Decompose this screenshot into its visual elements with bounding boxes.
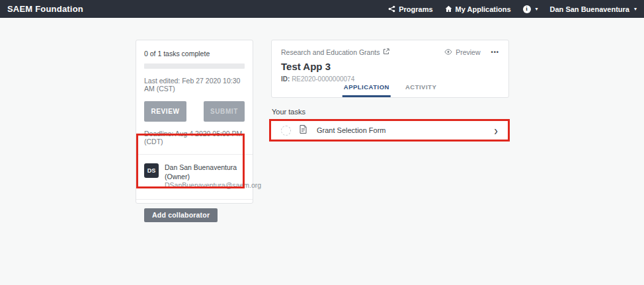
chevron-down-icon: ▾ [634,7,637,12]
avatar: DS [144,163,159,178]
application-id: ID: RE2020-0000000074 [281,75,499,83]
tab-application[interactable]: APPLICATION [342,83,391,97]
collaborator-owner-row: DS Dan San Buenaventura (Owner) DSanBuen… [144,163,245,190]
home-icon [445,5,452,13]
nav-user-name: Dan San Buenaventura [550,5,629,13]
tab-bar: APPLICATION ACTIVITY [342,83,438,97]
last-edited-text: Last edited: Feb 27 2020 10:30 AM (CST) [144,77,245,93]
owner-email: DSanBuenaventura@saem.org [165,181,261,190]
chevron-down-icon: ▾ [536,7,538,12]
owner-name: Dan San Buenaventura (Owner) [165,163,261,181]
annotation-box-task: Grant Selection Form › [269,119,510,142]
nav-my-applications-label: My Applications [456,5,511,13]
info-icon: i [523,5,531,13]
submit-button[interactable]: SUBMIT [204,101,245,122]
brand-title[interactable]: SAEM Foundation [7,4,83,14]
nav-my-applications[interactable]: My Applications [445,5,511,13]
your-tasks-heading: Your tasks [272,108,305,116]
program-row: Research and Education Grants Preview ••… [281,48,499,56]
page: SAEM Foundation Programs My Applications… [0,0,644,285]
application-summary-card: 0 of 1 tasks complete Last edited: Feb 2… [136,40,253,204]
overflow-menu-icon[interactable]: ••• [491,50,499,56]
application-id-label: ID: [281,75,290,83]
nav-help-menu[interactable]: i ▾ [523,5,538,13]
deadline-text: Deadline: Aug 4 2020 05:00 PM (CDT) [144,130,245,145]
top-nav-bar: SAEM Foundation Programs My Applications… [0,0,644,18]
tasks-progress-label: 0 of 1 tasks complete [144,50,245,58]
summary-actions: REVIEW SUBMIT [144,101,245,122]
program-link[interactable]: Research and Education Grants [281,48,389,56]
application-id-value: RE2020-0000000074 [292,75,354,83]
document-icon [300,124,307,136]
preview-label: Preview [456,48,480,56]
section-divider [136,154,253,155]
task-row-grant-selection-form[interactable]: Grant Selection Form › [271,121,508,140]
task-label: Grant Selection Form [317,126,485,134]
nav-programs[interactable]: Programs [388,5,432,13]
tab-activity[interactable]: ACTIVITY [404,83,438,97]
preview-button[interactable]: Preview [444,48,480,56]
nav-programs-label: Programs [399,5,432,13]
chevron-right-icon: › [494,124,498,137]
programs-icon [388,5,395,13]
top-nav-links: Programs My Applications i ▾ Dan San Bue… [388,5,637,13]
eye-icon [444,48,452,56]
header-actions: Preview ••• [444,48,499,56]
program-link-label: Research and Education Grants [281,48,380,56]
add-collaborator-button[interactable]: Add collaborator [144,208,218,222]
application-title: Test App 3 [281,61,499,72]
task-status-incomplete-icon [281,126,291,136]
application-header-card: Research and Education Grants Preview ••… [271,40,509,98]
nav-user-menu[interactable]: Dan San Buenaventura ▾ [550,5,637,13]
progress-bar [144,63,245,69]
section-divider [136,199,253,200]
review-button[interactable]: REVIEW [144,101,186,122]
external-link-icon [383,48,389,56]
